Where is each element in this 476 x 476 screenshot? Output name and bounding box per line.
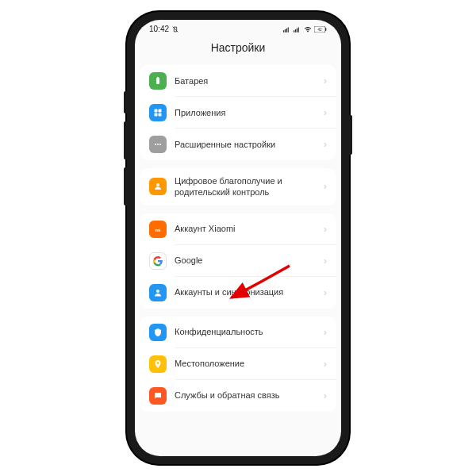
settings-item-apps[interactable]: Приложения › <box>140 97 336 129</box>
item-label: Приложения <box>175 107 316 118</box>
screen: 10:42 42 <box>135 20 341 456</box>
advanced-icon <box>149 136 167 153</box>
battery-icon <box>149 72 167 90</box>
settings-item-xiaomi-account[interactable]: mi Аккаунт Xiaomi › <box>140 213 336 245</box>
svg-rect-17 <box>159 113 162 117</box>
privacy-icon <box>149 324 167 341</box>
item-label: Местоположение <box>175 358 316 369</box>
phone-frame: 10:42 42 <box>127 12 349 464</box>
svg-rect-7 <box>297 28 298 32</box>
chevron-right-icon: › <box>324 255 327 267</box>
svg-rect-4 <box>288 27 289 32</box>
status-bar: 10:42 42 <box>135 20 341 35</box>
settings-item-feedback[interactable]: Службы и обратная связь › <box>140 380 336 412</box>
signal-icon <box>283 26 291 33</box>
google-icon <box>149 252 167 270</box>
chevron-right-icon: › <box>324 390 327 401</box>
item-label: Аккаунт Xiaomi <box>175 223 316 234</box>
svg-rect-2 <box>285 29 286 33</box>
settings-content: Батарея › Приложения › Расширенные настр… <box>135 65 341 412</box>
settings-item-google[interactable]: Google › <box>140 245 336 277</box>
svg-point-19 <box>157 144 159 145</box>
xiaomi-icon: mi <box>149 221 167 238</box>
svg-rect-10 <box>325 28 326 31</box>
item-label: Google <box>175 255 316 266</box>
item-label: Расширенные настройки <box>175 139 316 150</box>
settings-section: Цифровое благополучие и родительский кон… <box>140 168 336 205</box>
page-header: Настройки <box>135 35 341 65</box>
svg-rect-16 <box>155 113 158 117</box>
svg-point-23 <box>156 290 159 293</box>
chevron-right-icon: › <box>324 75 327 86</box>
item-label: Батарея <box>175 75 316 86</box>
item-label: Цифровое благополучие и родительский кон… <box>175 175 316 198</box>
settings-section: mi Аккаунт Xiaomi › Google <box>140 213 336 309</box>
settings-item-advanced[interactable]: Расширенные настройки › <box>140 129 336 160</box>
item-label: Службы и обратная связь <box>175 390 316 401</box>
chevron-right-icon: › <box>324 327 327 338</box>
svg-rect-15 <box>159 109 162 113</box>
signal-icon-2 <box>294 26 301 33</box>
svg-point-20 <box>159 144 161 145</box>
settings-item-privacy[interactable]: Конфиденциальность › <box>140 317 336 348</box>
wifi-icon <box>304 26 312 33</box>
chevron-right-icon: › <box>324 359 327 370</box>
location-icon <box>149 355 167 373</box>
battery-icon: 42 <box>314 26 327 33</box>
item-label: Конфиденциальность <box>175 326 316 337</box>
svg-rect-14 <box>155 109 158 113</box>
wellbeing-icon <box>149 178 167 195</box>
accounts-sync-icon <box>149 284 167 301</box>
settings-item-accounts-sync[interactable]: Аккаунты и синхронизация › <box>140 277 336 309</box>
settings-section: Конфиденциальность › Местоположение › Сл… <box>140 317 336 412</box>
chevron-right-icon: › <box>324 139 327 150</box>
svg-point-18 <box>155 144 156 145</box>
chevron-right-icon: › <box>324 107 327 118</box>
item-label: Аккаунты и синхронизация <box>175 286 316 298</box>
page-title: Настройки <box>135 41 341 54</box>
chevron-right-icon: › <box>324 181 327 192</box>
settings-section: Батарея › Приложения › Расширенные настр… <box>140 65 336 160</box>
svg-rect-6 <box>295 29 296 33</box>
chevron-right-icon: › <box>324 287 327 298</box>
apps-icon <box>149 104 167 121</box>
svg-text:42: 42 <box>317 28 322 32</box>
feedback-icon <box>149 387 167 405</box>
svg-line-0 <box>173 26 178 32</box>
svg-rect-8 <box>298 27 299 32</box>
settings-item-battery[interactable]: Батарея › <box>140 65 336 97</box>
svg-point-21 <box>156 183 159 186</box>
vibrate-icon <box>171 25 179 33</box>
status-time: 10:42 <box>149 25 169 33</box>
settings-item-wellbeing[interactable]: Цифровое благополучие и родительский кон… <box>140 168 336 205</box>
svg-text:mi: mi <box>155 227 160 232</box>
svg-rect-1 <box>283 30 284 33</box>
svg-rect-12 <box>156 78 159 84</box>
svg-rect-13 <box>157 77 159 78</box>
svg-rect-3 <box>286 28 287 32</box>
settings-item-location[interactable]: Местоположение › <box>140 348 336 380</box>
chevron-right-icon: › <box>324 224 327 235</box>
svg-rect-5 <box>294 30 294 33</box>
